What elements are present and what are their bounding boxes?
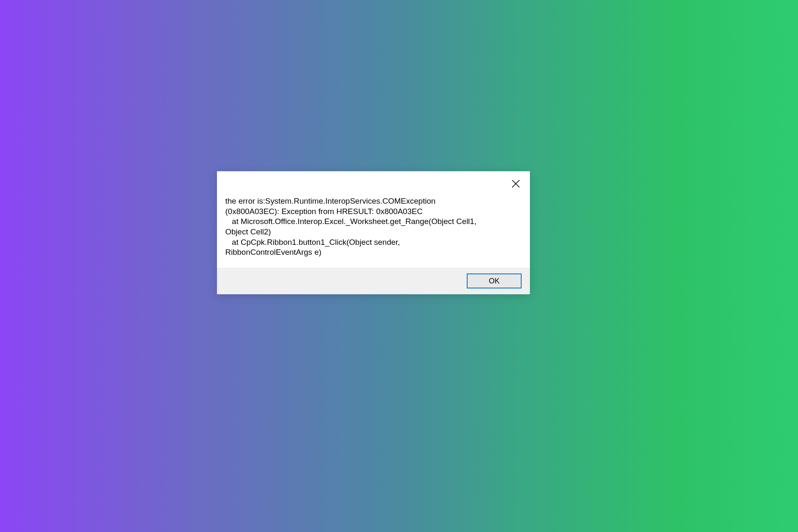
error-message-line: the error is:System.Runtime.InteropServi…: [225, 196, 522, 207]
error-message-line: RibbonControlEventArgs e): [225, 247, 522, 258]
close-button[interactable]: [507, 175, 524, 192]
dialog-content: the error is:System.Runtime.InteropServi…: [217, 196, 530, 268]
error-dialog: the error is:System.Runtime.InteropServi…: [217, 171, 530, 294]
ok-button[interactable]: OK: [467, 273, 522, 288]
error-message-line: Object Cell2): [225, 227, 522, 237]
dialog-button-area: OK: [217, 268, 530, 294]
close-icon: [512, 180, 520, 188]
dialog-titlebar: [217, 171, 530, 196]
error-message-line: (0x800A03EC): Exception from HRESULT: 0x…: [225, 207, 522, 217]
error-message-line: at CpCpk.Ribbon1.button1_Click(Object se…: [225, 237, 522, 248]
error-message-line: at Microsoft.Office.Interop.Excel._Works…: [225, 217, 522, 227]
